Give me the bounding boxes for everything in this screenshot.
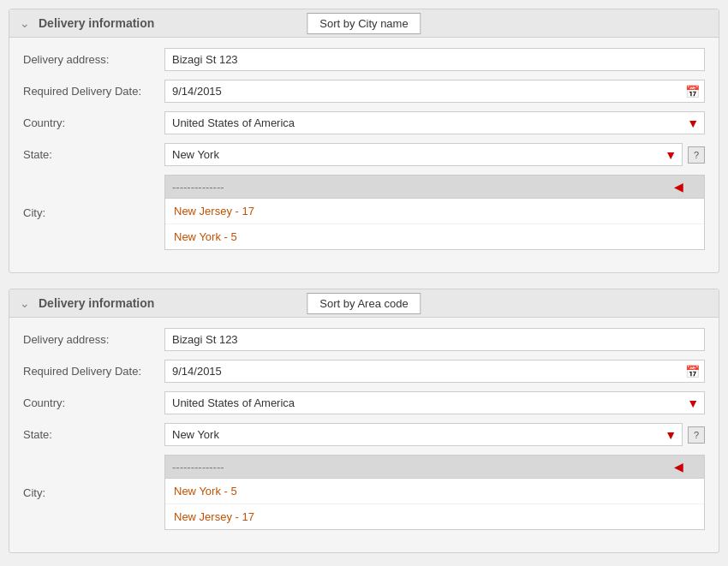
date-field-2: 📅 xyxy=(164,360,705,383)
city-row-2: City: -------------- ◀ New York - 5 New … xyxy=(23,455,705,530)
country-select-wrapper-2: United States of America ▼ xyxy=(164,391,705,414)
city-options-1: New Jersey - 17 New York - 5 xyxy=(164,199,705,250)
country-label-2: Country: xyxy=(23,396,164,409)
state-select-wrapper-2: New York ▼ xyxy=(164,423,683,446)
panel-1-header: ⌄ Delivery information Sort by City name xyxy=(9,9,719,38)
city-option-2-0[interactable]: New York - 5 xyxy=(165,479,704,504)
city-row-1: City: -------------- ◀ New Jersey - 17 N… xyxy=(23,175,705,250)
collapse-icon-2[interactable]: ⌄ xyxy=(20,296,30,310)
address-row-2: Delivery address: xyxy=(23,328,705,351)
city-arrow-1: ◀ xyxy=(674,180,683,194)
address-label-1: Delivery address: xyxy=(23,53,164,66)
city-label-1: City: xyxy=(23,206,164,219)
state-row-1: State: New York ▼ ? xyxy=(23,143,705,166)
country-row-2: Country: United States of America ▼ xyxy=(23,391,705,414)
panel-2-title: Delivery information xyxy=(39,296,154,310)
country-row-1: Country: United States of America ▼ xyxy=(23,111,705,134)
address-input-2[interactable] xyxy=(164,328,705,351)
state-label-2: State: xyxy=(23,428,164,441)
country-label-1: Country: xyxy=(23,116,164,129)
city-options-2: New York - 5 New Jersey - 17 xyxy=(164,479,705,530)
state-field-group-1: New York ▼ ? xyxy=(164,143,705,166)
country-select-1[interactable]: United States of America xyxy=(164,111,705,134)
city-arrow-2: ◀ xyxy=(674,460,683,474)
address-row-1: Delivery address: xyxy=(23,48,705,71)
date-field-1: 📅 xyxy=(164,80,705,103)
country-select-2[interactable]: United States of America xyxy=(164,391,705,414)
date-row-2: Required Delivery Date: 📅 xyxy=(23,360,705,383)
city-option-2-1[interactable]: New Jersey - 17 xyxy=(165,504,704,529)
city-dropdown-2: -------------- ◀ New York - 5 New Jersey… xyxy=(164,455,705,530)
city-placeholder-1: -------------- xyxy=(172,181,224,194)
address-input-1[interactable] xyxy=(164,48,705,71)
calendar-icon-1[interactable]: 📅 xyxy=(685,85,700,98)
date-label-2: Required Delivery Date: xyxy=(23,365,164,378)
calendar-icon-2[interactable]: 📅 xyxy=(685,365,700,378)
state-label-1: State: xyxy=(23,148,164,161)
panel-1-body: Delivery address: Required Delivery Date… xyxy=(9,38,719,272)
sort-by-area-badge: Sort by Area code xyxy=(307,293,421,314)
country-select-wrapper-1: United States of America ▼ xyxy=(164,111,705,134)
state-row-2: State: New York ▼ ? xyxy=(23,423,705,446)
state-select-wrapper-1: New York ▼ xyxy=(164,143,683,166)
city-option-1-0[interactable]: New Jersey - 17 xyxy=(165,199,704,224)
panel-1-title: Delivery information xyxy=(39,16,154,30)
date-row-1: Required Delivery Date: 📅 xyxy=(23,80,705,103)
city-selected-1[interactable]: -------------- ◀ xyxy=(164,175,705,199)
city-placeholder-2: -------------- xyxy=(172,461,224,474)
date-input-1[interactable] xyxy=(164,80,705,103)
address-label-2: Delivery address: xyxy=(23,333,164,346)
sort-by-city-badge: Sort by City name xyxy=(307,13,421,34)
delivery-panel-2: ⌄ Delivery information Sort by Area code… xyxy=(9,289,719,553)
city-label-2: City: xyxy=(23,486,164,499)
city-option-1-1[interactable]: New York - 5 xyxy=(165,224,704,249)
date-input-2[interactable] xyxy=(164,360,705,383)
state-help-icon-2[interactable]: ? xyxy=(688,426,705,444)
city-selected-2[interactable]: -------------- ◀ xyxy=(164,455,705,479)
panel-2-body: Delivery address: Required Delivery Date… xyxy=(9,318,719,552)
collapse-icon-1[interactable]: ⌄ xyxy=(20,16,30,30)
state-field-group-2: New York ▼ ? xyxy=(164,423,705,446)
panel-2-header: ⌄ Delivery information Sort by Area code xyxy=(9,289,719,318)
state-select-1[interactable]: New York xyxy=(164,143,683,166)
delivery-panel-1: ⌄ Delivery information Sort by City name… xyxy=(9,9,719,273)
date-label-1: Required Delivery Date: xyxy=(23,85,164,98)
state-help-icon-1[interactable]: ? xyxy=(688,146,705,164)
city-dropdown-1: -------------- ◀ New Jersey - 17 New Yor… xyxy=(164,175,705,250)
state-select-2[interactable]: New York xyxy=(164,423,683,446)
